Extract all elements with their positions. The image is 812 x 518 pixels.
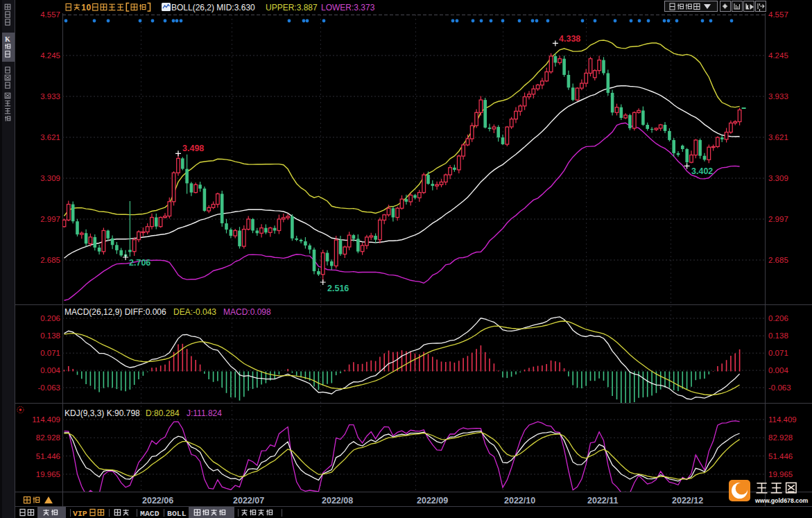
svg-text:MACD: MACD — [140, 509, 159, 518]
svg-text:2022/08: 2022/08 — [322, 496, 353, 506]
svg-text:2022/09: 2022/09 — [417, 496, 448, 506]
svg-text:114.409: 114.409 — [32, 415, 60, 424]
svg-text:LOWER:3.373: LOWER:3.373 — [321, 3, 375, 12]
svg-text:2022/06: 2022/06 — [142, 496, 173, 506]
svg-text:0.004: 0.004 — [40, 366, 60, 374]
svg-text:0.138: 0.138 — [768, 331, 788, 340]
svg-text:-0.063: -0.063 — [768, 383, 791, 392]
svg-text:82.928: 82.928 — [768, 433, 793, 442]
svg-text:MACD(26,12,9) DIFF:0.006: MACD(26,12,9) DIFF:0.006 — [64, 307, 166, 317]
svg-text:2022/10: 2022/10 — [504, 496, 535, 506]
svg-text:4.557: 4.557 — [40, 10, 60, 19]
svg-text:D:80.284: D:80.284 — [146, 408, 180, 418]
svg-text:2.685: 2.685 — [40, 256, 60, 264]
svg-text:KDJ(9,3,3) K:90.798: KDJ(9,3,3) K:90.798 — [64, 408, 140, 418]
svg-text:3.309: 3.309 — [768, 174, 788, 182]
svg-text:4.245: 4.245 — [40, 51, 60, 60]
svg-text:4.557: 4.557 — [768, 10, 788, 19]
svg-text:3.933: 3.933 — [768, 92, 788, 101]
svg-text:2022/12: 2022/12 — [672, 496, 703, 506]
svg-text:0.004: 0.004 — [768, 366, 788, 374]
svg-text:VIP: VIP — [73, 509, 87, 518]
svg-text:BOLL: BOLL — [167, 509, 187, 518]
svg-text:2.706: 2.706 — [129, 258, 150, 268]
svg-text:3.621: 3.621 — [768, 133, 788, 141]
svg-text:2022/07: 2022/07 — [233, 496, 264, 506]
svg-text:0.071: 0.071 — [768, 349, 788, 357]
svg-text:J:111.824: J:111.824 — [187, 408, 222, 418]
svg-text:3.621: 3.621 — [40, 133, 60, 141]
svg-text:19.965: 19.965 — [768, 470, 793, 478]
svg-text:0.206: 0.206 — [768, 314, 788, 322]
svg-text:MACD:0.098: MACD:0.098 — [223, 307, 271, 317]
svg-text:51.446: 51.446 — [36, 452, 60, 460]
svg-text:BOLL(26,2) MID:3.630: BOLL(26,2) MID:3.630 — [171, 3, 255, 12]
svg-text:0.071: 0.071 — [40, 349, 60, 357]
svg-text:3.498: 3.498 — [182, 144, 204, 153]
svg-text:2.516: 2.516 — [327, 284, 349, 293]
svg-text:3.402: 3.402 — [691, 166, 713, 176]
svg-text:19.965: 19.965 — [36, 470, 60, 478]
svg-text:UPPER:3.887: UPPER:3.887 — [266, 3, 318, 12]
svg-text:1: 1 — [81, 3, 86, 12]
svg-text:114.409: 114.409 — [768, 415, 797, 424]
svg-text:2022/11: 2022/11 — [587, 496, 619, 506]
svg-text:DEA:-0.043: DEA:-0.043 — [173, 307, 216, 317]
svg-text:2.997: 2.997 — [40, 215, 60, 223]
svg-text:0.138: 0.138 — [40, 331, 60, 340]
svg-text:82.928: 82.928 — [36, 433, 60, 442]
svg-text:3.933: 3.933 — [40, 92, 60, 101]
svg-text:4.245: 4.245 — [768, 51, 788, 60]
svg-text:0: 0 — [86, 3, 91, 12]
svg-text:0.206: 0.206 — [40, 314, 60, 322]
svg-text:4.338: 4.338 — [559, 34, 580, 44]
svg-text:2.997: 2.997 — [768, 215, 788, 223]
svg-text:K: K — [5, 35, 10, 43]
svg-text:3.309: 3.309 — [40, 174, 60, 182]
svg-text:www.gold678.com: www.gold678.com — [754, 497, 809, 504]
svg-text:-0.063: -0.063 — [37, 383, 60, 392]
svg-text:2.685: 2.685 — [768, 256, 788, 264]
svg-text:51.446: 51.446 — [768, 452, 793, 460]
